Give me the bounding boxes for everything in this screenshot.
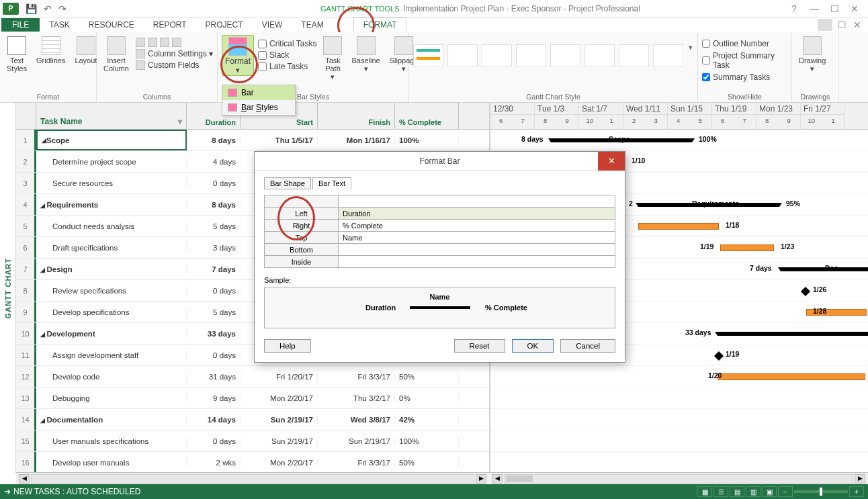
gantt-row <box>490 388 868 409</box>
minimize-icon[interactable]: — <box>805 3 824 14</box>
gridlines-button[interactable]: Gridlines <box>34 35 68 66</box>
field-left[interactable]: Duration <box>339 208 615 220</box>
group-label-showhide: Show/Hide <box>702 91 787 101</box>
zoom-in[interactable]: + <box>849 486 864 497</box>
custom-fields-button[interactable]: Custom Fields <box>136 60 213 70</box>
row-top[interactable]: Top <box>265 232 339 244</box>
gantt-row: 1/20 <box>490 366 868 388</box>
view-shortcut-4[interactable]: ▥ <box>746 486 761 497</box>
baseline-button[interactable]: Baseline▾ <box>349 35 382 74</box>
summary-tasks-checkbox[interactable]: Summary Tasks <box>702 73 787 82</box>
tab-resource[interactable]: RESOURCE <box>79 18 144 32</box>
view-shortcut-3[interactable]: ▤ <box>730 486 744 497</box>
gantt-row <box>490 452 868 473</box>
dialog-title: Format Bar <box>419 156 460 166</box>
field-right[interactable]: % Complete <box>339 220 615 232</box>
col-header-pct[interactable]: % Complete <box>395 103 459 129</box>
document-title: Implementation Project Plan - Exec Spons… <box>403 4 640 13</box>
view-shortcut-5[interactable]: ▣ <box>762 486 777 497</box>
row-inside[interactable]: Inside <box>265 256 339 268</box>
help-button[interactable]: Help <box>264 339 311 353</box>
gantt-row <box>490 409 868 430</box>
contextual-tab-label: GANTT CHART TOOLS <box>320 5 400 13</box>
bar-styles-icon <box>228 103 237 111</box>
task-row[interactable]: 13Debugging9 daysMon 2/20/17Thu 3/2/170% <box>16 388 489 409</box>
menu-item-bar[interactable]: Bar <box>222 85 295 100</box>
col-header-finish[interactable]: Finish <box>318 103 395 129</box>
status-message: NEW TASKS : AUTO SCHEDULED <box>13 487 140 496</box>
group-label-drawings: Drawings <box>796 91 834 101</box>
qat-save-icon[interactable]: 💾 <box>26 3 37 14</box>
gantt-style-gallery[interactable]: .gsitem:nth-child(1)::before{background:… <box>413 35 693 91</box>
menu-item-bar-styles[interactable]: Bar Styles <box>222 100 295 115</box>
slack-checkbox[interactable]: Slack <box>258 50 316 60</box>
sample-preview: Name Duration % Complete <box>264 287 615 328</box>
field-top[interactable]: Name <box>339 232 615 244</box>
side-tab-gantt[interactable]: GANTT CHART <box>0 103 16 473</box>
user-avatar[interactable] <box>818 19 832 31</box>
view-shortcut-1[interactable]: ▦ <box>697 486 712 497</box>
qat-undo-icon[interactable]: ↶ <box>44 3 52 14</box>
row-left[interactable]: Left <box>265 208 339 220</box>
critical-tasks-checkbox[interactable]: Critical Tasks <box>258 39 316 48</box>
scrollbar-right[interactable]: ◀▶ <box>489 472 868 484</box>
status-bar: ➜NEW TASKS : AUTO SCHEDULED ▦ ☰ ▤ ▥ ▣ − … <box>0 484 868 499</box>
bar-icon <box>228 89 237 97</box>
ok-button[interactable]: OK <box>512 339 554 353</box>
text-styles-button[interactable]: TextStyles <box>4 35 30 74</box>
close-icon[interactable]: ✕ <box>845 3 864 14</box>
insert-column-button[interactable]: InsertColumn <box>101 35 132 74</box>
task-row[interactable]: 12Develop code31 daysFri 1/20/17Fri 3/3/… <box>16 366 489 388</box>
help-icon[interactable]: ? <box>785 3 804 14</box>
cancel-button[interactable]: Cancel <box>560 339 615 353</box>
bar-text-table: LeftDuration Right% Complete TopName Bot… <box>264 195 615 268</box>
group-label-gantt: Gantt Chart Style <box>413 91 693 101</box>
task-row[interactable]: 16Develop user manuals2 wksMon 2/20/17Fr… <box>16 452 489 473</box>
window-close-icon[interactable]: ✕ <box>853 19 861 30</box>
group-label-format: Format <box>4 91 92 101</box>
field-bottom[interactable] <box>339 244 615 256</box>
format-bar-button[interactable]: Format▾ <box>222 35 254 76</box>
col-header-task[interactable]: Task Name▾ <box>36 103 187 129</box>
task-path-button[interactable]: TaskPath ▾ <box>320 35 345 82</box>
view-shortcut-2[interactable]: ☰ <box>713 486 728 497</box>
row-bottom[interactable]: Bottom <box>265 244 339 256</box>
maximize-icon[interactable]: ☐ <box>825 3 844 14</box>
drawing-button[interactable]: Drawing▾ <box>796 35 828 74</box>
tab-format[interactable]: FORMAT <box>353 17 407 32</box>
align-buttons[interactable] <box>136 38 213 47</box>
reset-button[interactable]: Reset <box>454 339 505 353</box>
tab-file[interactable]: FILE <box>1 18 40 32</box>
task-row[interactable]: 15User manuals specifications0 daysSun 2… <box>16 430 489 452</box>
group-label-columns: Columns <box>101 91 213 101</box>
ribbon-collapse-icon[interactable]: ☐ <box>838 19 847 30</box>
tab-project[interactable]: PROJECT <box>196 18 253 32</box>
gantt-row: 8 daysScope100% <box>490 130 868 151</box>
format-bar-dialog: Format Bar✕ Bar Shape Bar Text LeftDurat… <box>254 151 625 363</box>
dialog-tab-bartext[interactable]: Bar Text <box>312 177 351 189</box>
tab-view[interactable]: VIEW <box>253 18 292 32</box>
late-tasks-checkbox[interactable]: Late Tasks <box>258 62 316 71</box>
row-right[interactable]: Right <box>265 220 339 232</box>
app-icon: P <box>3 3 19 15</box>
tab-report[interactable]: REPORT <box>144 18 196 32</box>
scrollbar-left[interactable]: ◀▶ <box>16 472 489 484</box>
sample-label: Sample: <box>264 276 615 284</box>
zoom-out[interactable]: − <box>778 486 793 497</box>
format-dropdown-menu: Bar Bar Styles <box>222 85 296 116</box>
new-tasks-icon: ➜ <box>4 487 11 496</box>
dialog-tab-barshape[interactable]: Bar Shape <box>264 177 311 189</box>
tab-team[interactable]: TEAM <box>292 18 333 32</box>
tab-task[interactable]: TASK <box>40 18 79 32</box>
outline-number-checkbox[interactable]: Outline Number <box>702 39 787 48</box>
field-inside[interactable] <box>339 256 615 268</box>
task-row[interactable]: 1Scope8 daysThu 1/5/17Mon 1/16/17100% <box>16 130 489 151</box>
dialog-close-button[interactable]: ✕ <box>598 152 625 171</box>
qat-redo-icon[interactable]: ↷ <box>58 3 67 14</box>
layout-button[interactable]: Layout <box>72 35 99 66</box>
task-row[interactable]: 14Documentation14 daysSun 2/19/17Wed 3/8… <box>16 409 489 430</box>
project-summary-checkbox[interactable]: Project Summary Task <box>702 51 787 70</box>
gantt-row <box>490 430 868 452</box>
column-settings-button[interactable]: Column Settings ▾ <box>136 49 213 58</box>
